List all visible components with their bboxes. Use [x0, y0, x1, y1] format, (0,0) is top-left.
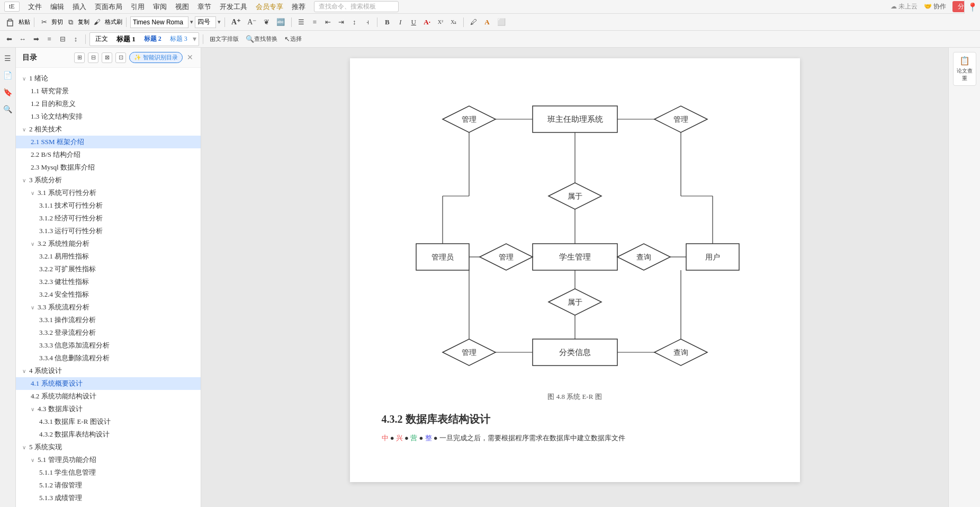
- toc-item-27[interactable]: 4.3.1 数据库 E-R 图设计: [16, 415, 201, 428]
- toc-item-18[interactable]: ∨3.3 系统流程分析: [16, 301, 201, 314]
- map-icon[interactable]: 📍: [964, 0, 980, 14]
- menu-item-chapter[interactable]: 章节: [193, 0, 215, 13]
- col-layout-btn[interactable]: ⊟: [57, 33, 68, 45]
- text-sort-btn[interactable]: ⊞ 文字排版: [207, 33, 241, 45]
- toc-item-29[interactable]: ∨5 系统实现: [16, 441, 201, 453]
- text-color2-btn[interactable]: A: [481, 16, 493, 28]
- toc-item-3[interactable]: 1.3 论文结构安排: [16, 110, 201, 123]
- list-bullet-btn[interactable]: ☰: [295, 16, 307, 28]
- align-left-btn[interactable]: ⬅: [3, 33, 15, 45]
- style-normal[interactable]: 正文: [92, 34, 111, 44]
- toc-item-34[interactable]: 5.1.4 住宿管理: [16, 504, 201, 507]
- font-size-input[interactable]: [195, 16, 216, 28]
- toc-item-14[interactable]: 3.2.1 易用性指标: [16, 250, 201, 263]
- toc-item-20[interactable]: 3.3.2 登录流程分析: [16, 326, 201, 339]
- toc-item-21[interactable]: 3.3.3 信息添加流程分析: [16, 339, 201, 352]
- toc-item-12[interactable]: 3.1.3 运行可行性分析: [16, 225, 201, 237]
- subscript-btn[interactable]: X₂: [448, 16, 460, 28]
- search-box[interactable]: 查找命令、搜索模板: [314, 1, 399, 12]
- toc-item-30[interactable]: ∨5.1 管理员功能介绍: [16, 453, 201, 466]
- toc-item-17[interactable]: 3.2.4 安全性指标: [16, 288, 201, 301]
- toc-icon[interactable]: ☰: [2, 52, 14, 65]
- find-replace-btn[interactable]: 🔍 查找替换: [243, 33, 280, 45]
- styles-expand-btn[interactable]: ▾: [193, 34, 196, 43]
- toc-item-25[interactable]: 4.2 系统功能结构设计: [16, 390, 201, 403]
- align-center-btn[interactable]: ↔: [16, 33, 29, 45]
- list-number-btn[interactable]: ≡: [309, 16, 320, 28]
- doc-area[interactable]: 班主任助理系统 管理 管理 属于: [201, 48, 948, 507]
- sort-btn[interactable]: ↕: [348, 16, 360, 28]
- align-justify-btn[interactable]: ≡: [43, 33, 55, 45]
- font-name-input[interactable]: [130, 16, 188, 28]
- paper-check-btn[interactable]: 📋 论文查重: [953, 52, 976, 86]
- sidebar-collapse-all-btn[interactable]: ⊟: [88, 52, 98, 63]
- special2-btn[interactable]: 🔤: [274, 16, 287, 28]
- style-h1[interactable]: 标题 1: [113, 34, 139, 45]
- indent-more-btn[interactable]: ⇥: [335, 16, 347, 28]
- toc-item-19[interactable]: 3.3.1 操作流程分析: [16, 314, 201, 326]
- highlight-btn[interactable]: 🖊: [467, 16, 480, 28]
- line-spacing-btn[interactable]: ↕: [70, 33, 82, 45]
- align-btn[interactable]: ⫞: [362, 16, 373, 28]
- toc-item-16[interactable]: 3.2.3 健壮性指标: [16, 275, 201, 288]
- collaborate-btn[interactable]: 🤝 协作: [924, 2, 946, 11]
- toc-item-22[interactable]: 3.3.4 信息删除流程分析: [16, 352, 201, 364]
- sidebar-view-btn[interactable]: ⊠: [102, 52, 112, 63]
- font-color-btn[interactable]: A·: [421, 16, 433, 28]
- toc-item-9[interactable]: ∨3.1 系统可行性分析: [16, 186, 201, 199]
- border-btn[interactable]: ⬜: [495, 16, 508, 28]
- cut-btn[interactable]: ✂: [38, 16, 50, 28]
- toc-item-6[interactable]: 2.2 B/S 结构介绍: [16, 148, 201, 161]
- toc-item-7[interactable]: 2.3 Mysql 数据库介绍: [16, 161, 201, 174]
- toc-item-33[interactable]: 5.1.3 成绩管理: [16, 492, 201, 504]
- menu-item-insert[interactable]: 插入: [68, 0, 91, 13]
- special-char-btn[interactable]: ❦: [260, 16, 272, 28]
- paste-btn[interactable]: [3, 16, 17, 28]
- toc-item-5[interactable]: 2.1 SSM 框架介绍: [16, 136, 201, 148]
- toc-item-4[interactable]: ∨2 相关技术: [16, 123, 201, 136]
- toc-item-8[interactable]: ∨3 系统分析: [16, 174, 201, 186]
- format-painter-btn[interactable]: 🖌: [91, 16, 103, 28]
- toc-item-24[interactable]: 4.1 系统概要设计: [16, 377, 201, 390]
- menu-item-ref[interactable]: 引用: [127, 0, 149, 13]
- toc-item-23[interactable]: ∨4 系统设计: [16, 364, 201, 377]
- toc-item-32[interactable]: 5.1.2 请假管理: [16, 479, 201, 492]
- toc-item-28[interactable]: 4.3.2 数据库表结构设计: [16, 428, 201, 441]
- menu-item-edit[interactable]: 编辑: [46, 0, 68, 13]
- superscript-btn[interactable]: X²: [435, 16, 446, 28]
- toc-item-31[interactable]: 5.1.1 学生信息管理: [16, 466, 201, 479]
- decrease-font-btn[interactable]: A⁻: [245, 16, 259, 28]
- menu-item-view[interactable]: 视图: [171, 0, 193, 13]
- style-h3[interactable]: 标题 3: [167, 34, 191, 44]
- bookmark-icon[interactable]: 🔖: [2, 86, 14, 99]
- menu-item-recommend[interactable]: 推荐: [287, 0, 310, 13]
- menu-item-layout[interactable]: 页面布局: [91, 0, 127, 13]
- style-h2[interactable]: 标题 2: [141, 34, 165, 44]
- toc-item-15[interactable]: 3.2.2 可扩展性指标: [16, 263, 201, 275]
- menu-item-review[interactable]: 审阅: [149, 0, 171, 13]
- search-icon[interactable]: 🔍: [2, 103, 14, 115]
- sidebar-close-btn[interactable]: ✕: [186, 52, 194, 63]
- sidebar-expand-all-btn[interactable]: ⊞: [74, 52, 85, 63]
- indent-less-btn[interactable]: ⇤: [322, 16, 334, 28]
- toc-item-10[interactable]: 3.1.1 技术可行性分析: [16, 199, 201, 212]
- italic-btn[interactable]: I: [394, 16, 406, 28]
- toc-item-13[interactable]: ∨3.2 系统性能分析: [16, 237, 201, 250]
- select-btn[interactable]: ↖ 选择: [282, 33, 304, 45]
- menu-item-dev[interactable]: 开发工具: [215, 0, 251, 13]
- increase-font-btn[interactable]: A⁺: [229, 16, 243, 28]
- toc-item-1[interactable]: 1.1 研究背景: [16, 85, 201, 97]
- doc-icon[interactable]: 📄: [2, 69, 14, 82]
- underline-btn[interactable]: U: [408, 16, 419, 28]
- align-right-btn[interactable]: ➡: [30, 33, 42, 45]
- copy-btn[interactable]: ⧉: [65, 16, 76, 28]
- toc-item-11[interactable]: 3.1.2 经济可行性分析: [16, 212, 201, 225]
- toc-item-2[interactable]: 1.2 目的和意义: [16, 97, 201, 110]
- sidebar-more-btn[interactable]: ⊡: [115, 52, 126, 63]
- toc-item-0[interactable]: ∨1 绪论: [16, 72, 201, 85]
- bold-btn[interactable]: B: [381, 16, 393, 28]
- toc-item-26[interactable]: ∨4.3 数据库设计: [16, 403, 201, 415]
- menu-item-file[interactable]: 文件: [24, 0, 46, 13]
- ai-toc-btn[interactable]: ✨ 智能识别目录: [129, 52, 183, 63]
- menu-item-member[interactable]: 会员专享: [251, 0, 287, 13]
